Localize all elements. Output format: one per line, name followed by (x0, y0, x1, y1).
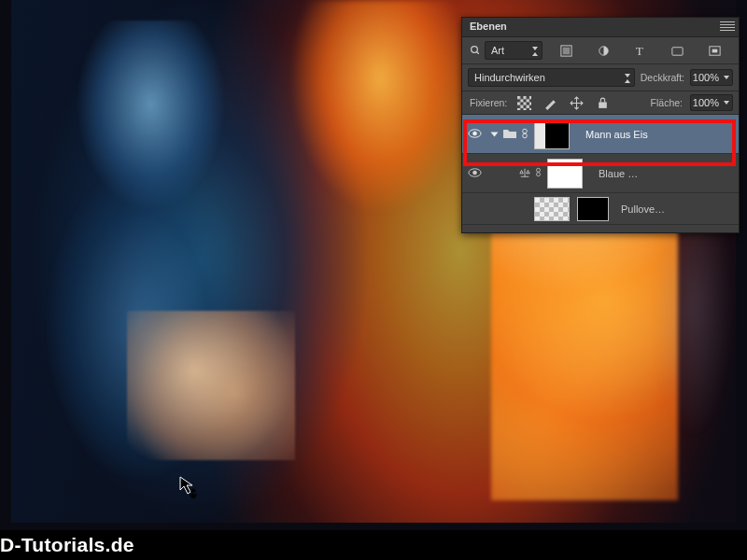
filter-kind-value: Art (491, 45, 504, 56)
lock-all-icon[interactable] (593, 94, 612, 111)
svg-line-3 (477, 52, 480, 55)
layer-name[interactable]: Blaue … (585, 168, 739, 179)
panel-menu-icon[interactable] (720, 21, 735, 31)
footer-watermark: D-Tutorials.de (0, 530, 747, 560)
disclosure-triangle-icon[interactable] (490, 132, 498, 136)
layer-mask-thumbnail[interactable] (577, 197, 609, 221)
svg-point-16 (472, 131, 477, 135)
visibility-eye-icon[interactable] (468, 167, 482, 180)
svg-point-18 (523, 133, 528, 138)
fill-input[interactable]: 100% (690, 94, 733, 111)
filter-type-icon[interactable]: T (631, 42, 650, 59)
svg-rect-8 (672, 47, 683, 54)
opacity-label: Deckkraft: (641, 72, 684, 83)
link-icon (520, 128, 529, 141)
footer-text: D-Tutorials.de (0, 534, 134, 556)
layer-mask-thumbnail[interactable] (534, 119, 570, 149)
blend-row: Hindurchwirken Deckkraft: 100% (462, 64, 739, 91)
svg-rect-10 (712, 49, 717, 52)
opacity-value: 100% (693, 72, 719, 83)
blend-mode-select[interactable]: Hindurchwirken (468, 68, 635, 87)
filter-shape-icon[interactable] (669, 42, 687, 59)
layer-name[interactable]: Mann aus Eis (572, 129, 739, 140)
layer-mask-thumbnail[interactable] (547, 159, 583, 189)
lock-pixels-icon[interactable] (541, 94, 559, 111)
svg-rect-11 (517, 96, 531, 110)
visibility-eye-icon[interactable] (468, 128, 482, 141)
layer-row[interactable]: Blaue … (462, 154, 739, 193)
layer-row[interactable]: Pullove… (462, 193, 739, 225)
filter-kind-icon (470, 45, 479, 56)
svg-rect-5 (563, 47, 571, 54)
panel-header[interactable]: Ebenen (462, 18, 739, 37)
svg-point-21 (536, 168, 540, 172)
svg-point-2 (472, 47, 478, 53)
panel-title: Ebenen (470, 21, 507, 32)
lock-position-icon[interactable] (567, 94, 585, 111)
filter-smartobject-icon[interactable] (705, 42, 724, 59)
layer-name[interactable]: Pullove… (613, 203, 739, 215)
svg-point-17 (523, 129, 528, 133)
fill-value: 100% (693, 97, 719, 108)
filter-kind-select[interactable]: Art (485, 41, 543, 60)
svg-point-20 (472, 170, 477, 175)
blend-mode-value: Hindurchwirken (474, 72, 545, 83)
fill-label: Fläche: (651, 97, 683, 108)
layer-list: Mann aus Eis Blaue … Pullove… (462, 115, 739, 232)
folder-icon (502, 127, 517, 141)
opacity-input[interactable]: 100% (690, 69, 733, 86)
lock-row: Fixieren: Fläche: 100% (462, 91, 739, 115)
lock-transparency-icon[interactable] (514, 94, 533, 111)
filter-row: Art T (462, 37, 739, 64)
svg-text:T: T (636, 44, 643, 58)
layers-panel: Ebenen Art T Hindurchwirken Deckkraft: 1… (461, 17, 740, 233)
link-icon (534, 167, 543, 179)
adjustment-icon (518, 167, 531, 180)
svg-rect-14 (599, 102, 607, 107)
svg-point-22 (536, 173, 540, 176)
layer-row[interactable]: Mann aus Eis (462, 115, 739, 154)
layer-thumbnail[interactable] (534, 197, 570, 221)
filter-pixel-icon[interactable] (557, 42, 576, 59)
lock-label: Fixieren: (470, 97, 507, 108)
filter-adjustment-icon[interactable] (594, 42, 613, 59)
